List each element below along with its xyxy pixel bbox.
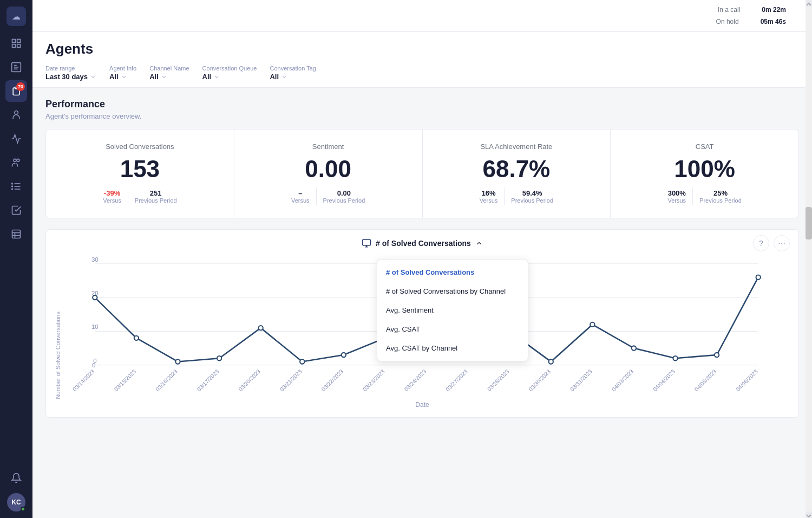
sidebar-item-list[interactable] [5, 176, 27, 197]
top-row-call: In a call 0m 22m [711, 4, 793, 15]
svg-text:03/14/2023: 03/14/2023 [71, 368, 96, 393]
metric-prev-val-2: 59.4% [522, 189, 542, 197]
svg-point-43 [673, 356, 677, 360]
metrics-row: Solved Conversations 153 -39% Versus 251… [45, 129, 799, 218]
metric-divider-1 [316, 187, 317, 205]
dropdown-item-1[interactable]: # of Solved Conversations by Channel [377, 282, 528, 301]
metric-card-0: Solved Conversations 153 -39% Versus 251… [46, 130, 234, 218]
metric-divider-3 [692, 187, 693, 205]
sidebar-item-table[interactable] [5, 223, 27, 245]
section-subtitle: Agent's performance overview. [45, 112, 799, 120]
metric-prev-1: 0.00 Previous Period [323, 189, 365, 204]
metric-name-1: Sentiment [312, 143, 344, 151]
metric-name-0: Solved Conversations [106, 143, 174, 151]
metric-vs-label-2: Versus [480, 197, 498, 204]
dropdown-item-4[interactable]: Avg. CSAT by Channel [377, 339, 528, 358]
chart-more-button[interactable]: ⋯ [774, 235, 790, 251]
sidebar: ☁ 70 KC [0, 0, 32, 518]
svg-point-40 [549, 359, 553, 364]
metric-vs-0: -39% Versus [103, 189, 121, 204]
filter-conversation-tag[interactable]: Conversation Tag All [270, 65, 316, 81]
chart-help-button[interactable]: ? [753, 235, 769, 251]
metric-comparison-3: 300% Versus 25% Previous Period [667, 187, 741, 205]
metric-card-2: SLA Achievement Rate 68.7% 16% Versus 59… [423, 130, 611, 218]
metric-divider-0 [128, 187, 128, 205]
chart-dropdown-menu: # of Solved Conversations# of Solved Con… [377, 259, 528, 361]
svg-point-45 [756, 275, 761, 280]
svg-text:03/22/2023: 03/22/2023 [320, 368, 345, 393]
metric-prev-label-1: Previous Period [323, 197, 365, 204]
metric-vs-3: 300% Versus [667, 189, 686, 204]
filter-agent-info[interactable]: Agent Info All [109, 65, 136, 81]
svg-text:04/04/2023: 04/04/2023 [652, 368, 676, 393]
chart-container: # of Solved Conversations ? ⋯ # of Solve… [45, 229, 799, 418]
main-scroll-content: Performance Agent's performance overview… [32, 88, 812, 518]
sidebar-item-reports[interactable] [5, 56, 27, 78]
svg-text:03/23/2023: 03/23/2023 [362, 368, 386, 393]
metric-prev-3: 25% Previous Period [699, 189, 742, 204]
metric-prev-label-2: Previous Period [511, 197, 553, 204]
metric-value-3: 100% [674, 157, 735, 181]
svg-point-12 [12, 186, 13, 187]
filter-conversation-queue[interactable]: Conversation Queue All [202, 65, 257, 81]
metric-vs-val-1: – [298, 189, 302, 197]
svg-rect-1 [17, 40, 21, 43]
chart-actions: ? ⋯ [753, 235, 790, 251]
svg-point-41 [590, 322, 594, 327]
svg-text:03/28/2023: 03/28/2023 [486, 368, 510, 393]
svg-text:10: 10 [91, 323, 99, 330]
svg-text:0: 0 [92, 362, 95, 368]
metric-vs-label-0: Versus [103, 197, 121, 204]
metric-vs-2: 16% Versus [480, 189, 498, 204]
sidebar-item-checklist[interactable] [5, 199, 27, 221]
svg-point-13 [12, 189, 13, 190]
svg-point-7 [17, 159, 19, 161]
svg-text:04/06/2023: 04/06/2023 [735, 368, 759, 393]
sidebar-item-agents[interactable] [5, 104, 27, 126]
svg-point-32 [217, 356, 221, 360]
scroll-up-arrow[interactable] [806, 0, 812, 7]
svg-point-42 [632, 346, 636, 350]
metric-value-1: 0.00 [305, 157, 351, 181]
main-content: In a call 0m 22m On hold 05m 46s Agents … [32, 0, 812, 518]
scrollbar-thumb[interactable] [806, 207, 812, 239]
svg-point-5 [15, 111, 18, 115]
metric-vs-val-0: -39% [104, 189, 120, 197]
metric-vs-val-3: 300% [668, 189, 686, 197]
svg-text:03/24/2023: 03/24/2023 [403, 368, 428, 393]
sidebar-item-grid[interactable] [5, 33, 27, 54]
dropdown-item-2[interactable]: Avg. Sentiment [377, 301, 528, 320]
metric-prev-val-3: 25% [713, 189, 728, 197]
svg-text:03/31/2023: 03/31/2023 [569, 368, 593, 393]
metric-prev-label-3: Previous Period [699, 197, 742, 204]
svg-text:30: 30 [91, 256, 99, 263]
svg-text:03/30/2023: 03/30/2023 [528, 368, 552, 393]
avatar-status-dot [21, 507, 25, 511]
chart-title-group[interactable]: # of Solved Conversations [362, 238, 483, 248]
header-filters: Agents Date range Last 30 days Agent Inf… [32, 32, 812, 88]
sidebar-item-analytics[interactable] [5, 128, 27, 150]
svg-text:03/27/2023: 03/27/2023 [444, 368, 469, 393]
dropdown-item-3[interactable]: Avg. CSAT [377, 320, 528, 339]
svg-rect-14 [12, 230, 21, 238]
sidebar-item-team[interactable] [5, 152, 27, 173]
avatar[interactable]: KC [7, 493, 25, 511]
sidebar-item-active[interactable]: 70 [5, 80, 27, 102]
metric-vs-label-1: Versus [291, 197, 310, 204]
sidebar-item-bell[interactable] [5, 467, 27, 489]
svg-text:03/16/2023: 03/16/2023 [154, 368, 179, 393]
svg-point-33 [259, 326, 263, 330]
filter-date-range[interactable]: Date range Last 30 days [45, 65, 96, 81]
metric-card-3: CSAT 100% 300% Versus 25% Previous Perio… [611, 130, 798, 218]
scroll-down-arrow[interactable] [806, 511, 812, 518]
svg-point-6 [14, 159, 16, 161]
svg-text:03/21/2023: 03/21/2023 [279, 368, 303, 393]
notification-badge: 70 [16, 82, 25, 91]
top-row-hold: On hold 05m 46s [710, 16, 793, 27]
metric-prev-val-0: 251 [150, 189, 162, 197]
svg-text:03/20/2023: 03/20/2023 [238, 368, 262, 393]
dropdown-item-0[interactable]: # of Solved Conversations [377, 263, 528, 282]
metric-prev-val-1: 0.00 [337, 189, 351, 197]
filter-channel-name[interactable]: Channel Name All [149, 65, 189, 81]
right-scrollbar[interactable] [806, 0, 812, 518]
